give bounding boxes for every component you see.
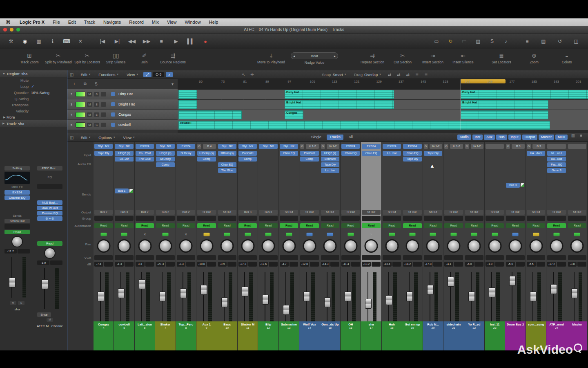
region-param-value[interactable]: 16% Swing <box>31 91 49 95</box>
channel-strip-latision[interactable]: EXS24Co...PhatThe GlueBus 2Read✕3.3MSLat… <box>135 142 155 350</box>
audio-fx-slot-theglue[interactable]: The Glue <box>136 157 154 162</box>
output-slot[interactable]: St Out <box>486 210 504 215</box>
fader-cap[interactable] <box>427 285 434 295</box>
output-slot[interactable]: St Out <box>465 210 483 215</box>
volume-db-value[interactable]: -5.0 <box>506 262 515 267</box>
volume-db-value[interactable]: -10.8 <box>197 262 206 267</box>
volume-fader[interactable] <box>444 270 463 323</box>
format-indicator-green[interactable] <box>162 233 168 236</box>
channel-nameplate[interactable]: Submarine13 <box>279 321 299 350</box>
waveform-zoom-icon[interactable]: ⇄ <box>403 72 412 77</box>
volume-fader[interactable] <box>403 270 421 323</box>
format-indicator-yellow[interactable] <box>203 233 209 236</box>
vca-slot[interactable] <box>321 255 339 260</box>
group-slot[interactable] <box>527 216 545 221</box>
volume-db-value[interactable]: -2.3 <box>177 262 186 267</box>
audio-fx-slot-tapedly[interactable]: Tape Dly <box>403 157 421 162</box>
channel-strip-atfarnd[interactable]: NL...us IUA...BusPas...EQGene SSt OutRea… <box>546 142 567 350</box>
vca-slot[interactable] <box>218 255 236 260</box>
playhead[interactable] <box>461 79 461 130</box>
pan-knob[interactable] <box>118 239 131 253</box>
audio-fx-slot-stdelay[interactable]: St Delay <box>156 157 174 162</box>
volume-db-value[interactable]: -3.8 <box>568 262 577 267</box>
vca-slot[interactable] <box>238 255 257 260</box>
automation-mode-button[interactable]: Read <box>156 223 174 228</box>
channel-strip-inst11[interactable]: St OutRead-1.0MSInst 1123 <box>485 142 505 350</box>
automation-mode-button[interactable]: Read <box>136 223 154 228</box>
send-slot-bus3[interactable]: Bus 3 <box>506 183 519 188</box>
input-mono-icon[interactable]: ⊙ <box>527 144 531 149</box>
record-button[interactable]: ● <box>200 36 211 46</box>
channel-nameplate[interactable]: Lati...sion6 <box>135 321 155 350</box>
fader-cap[interactable] <box>530 292 537 301</box>
global-solo-icon[interactable]: S <box>92 82 100 86</box>
input-slot[interactable]: EXS24 <box>136 144 154 149</box>
input-slot[interactable]: Styl...NX <box>259 144 277 149</box>
input-slot[interactable]: EXS24 <box>362 144 380 149</box>
volume-db-value[interactable]: -7.4 <box>94 262 103 267</box>
fader-cap[interactable] <box>448 277 454 287</box>
insert-slot-channel-eq[interactable]: Channel EQ <box>4 195 30 200</box>
quick-help-icon[interactable]: ◉ <box>20 36 30 46</box>
input-slot[interactable]: In 1-2 <box>450 144 463 149</box>
pan-knob[interactable] <box>158 239 172 253</box>
format-indicator-green[interactable] <box>450 233 457 236</box>
channel-strip-topperc[interactable]: EXS24St DelayBus 2Read✕-2.3MSTop...Perc8 <box>176 142 196 350</box>
audio-fx-slot-pancntrl[interactable]: PanCntrl <box>300 151 318 156</box>
midi-region-dirty-hat[interactable]: Dirty Hat <box>461 90 588 99</box>
output-slot[interactable]: St Out <box>547 210 566 215</box>
format-indicator-green[interactable] <box>430 233 436 236</box>
midi-region-congas[interactable]: Congas <box>285 110 303 119</box>
musical-typing-icon[interactable]: ⌨ <box>61 36 72 46</box>
vca-slot[interactable] <box>486 255 504 260</box>
group-slot[interactable] <box>424 216 442 221</box>
insert-controls-row[interactable]: ⊙ ≡ ⊙ <box>37 216 62 221</box>
output-slot[interactable]: St Out <box>568 210 586 215</box>
audio-fx-slot-nlusi[interactable]: NL...us I <box>547 151 566 156</box>
volume-fader[interactable] <box>527 270 545 323</box>
note-pads-icon[interactable]: ▤ <box>538 36 549 46</box>
group-slot[interactable] <box>218 216 236 221</box>
toolbar-button-track-zoom[interactable]: ⊞Track Zoom <box>16 52 42 64</box>
channel-strip-sha[interactable]: EXS24Chan EQSt OutRead✕-13.2MSsha17 <box>361 142 381 350</box>
menu-item-navigate[interactable]: Navigate <box>99 20 125 25</box>
channel-strip-shakerm[interactable]: Styl...NXPanCntrlCompBus 3Read-27.3MSSha… <box>238 142 258 350</box>
pan-knob[interactable] <box>509 239 522 253</box>
output-slot[interactable]: Bus 3 <box>115 210 133 215</box>
input-slot[interactable]: EXS24 <box>383 144 401 149</box>
pan-knob[interactable] <box>179 239 193 253</box>
fader-cap[interactable] <box>118 288 125 298</box>
fader-cap[interactable] <box>345 292 351 301</box>
channel-nameplate[interactable]: Top...Perc8 <box>176 321 196 350</box>
volume-fader[interactable] <box>362 270 380 323</box>
input-slot[interactable] <box>568 144 586 149</box>
audio-fx-slot-mbasss[interactable]: MBass (s) <box>218 151 236 156</box>
pointer-tool-icon[interactable]: ↖ <box>240 72 248 77</box>
pause-button[interactable]: ▌▌ <box>185 36 196 46</box>
midi-region-dirty-hat[interactable]: Dirty Hat <box>285 90 394 99</box>
nudge-value-stepper[interactable]: ◂Beat▸ <box>291 52 338 59</box>
output-slot[interactable]: St Out <box>383 210 401 215</box>
output-slot[interactable]: Bus 3 <box>238 210 257 215</box>
volume-db-value[interactable]: -6.0 <box>465 262 474 267</box>
pan-knob[interactable] <box>97 239 110 253</box>
midi-region[interactable] <box>178 110 242 119</box>
filter-inst[interactable]: Inst <box>472 135 483 140</box>
autopunch-icon[interactable]: ≔ <box>459 36 470 46</box>
view-mode-tracks[interactable]: Tracks <box>327 135 343 140</box>
group-slot[interactable] <box>403 216 421 221</box>
volume-fader[interactable] <box>94 270 113 323</box>
format-indicator-green[interactable] <box>224 233 230 236</box>
input-slot[interactable]: In 1-2 <box>306 144 318 149</box>
volume-db-value[interactable]: -17.2 <box>547 262 556 267</box>
channel-strip-shaker[interactable]: Styl...NXHEQ2 (s)St DelayCompBus 2Read-2… <box>155 142 176 350</box>
input-slot[interactable]: Styl...NX <box>115 144 133 149</box>
inspector-icon[interactable]: ℹ <box>47 36 58 46</box>
audio-fx-slot-cophat[interactable]: Co...Phat <box>136 151 154 156</box>
solo-button[interactable]: S <box>94 102 99 107</box>
send-level-icon[interactable] <box>521 183 524 187</box>
automation-mode-button[interactable]: Read <box>341 223 360 228</box>
output-slot[interactable]: St Out <box>341 210 360 215</box>
volume-db-value[interactable]: -27.3 <box>238 262 247 267</box>
vca-slot[interactable] <box>197 255 216 260</box>
